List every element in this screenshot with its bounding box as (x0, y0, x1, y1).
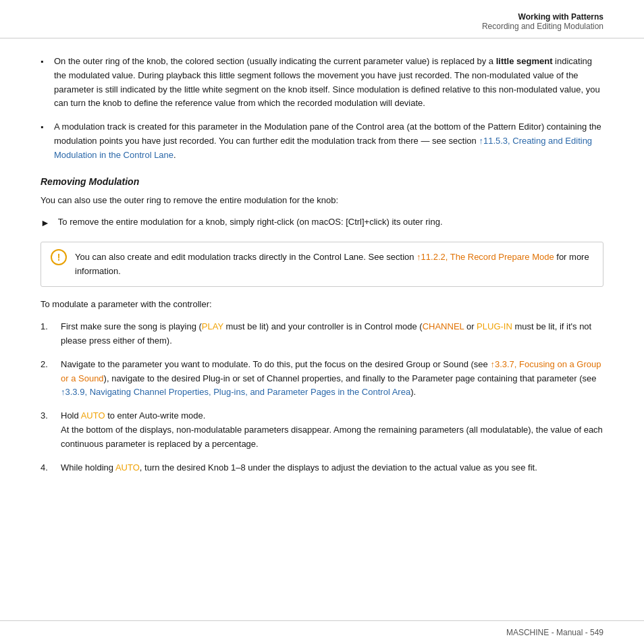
bullet-list: On the outer ring of the knob, the color… (41, 55, 603, 163)
text-channel: CHANNEL (423, 321, 464, 331)
step-2: 2. Navigate to the parameter you want to… (41, 358, 603, 400)
step-4: 4. While holding AUTO, turn the desired … (41, 461, 603, 475)
arrow-item: ► To remove the entire modulation for a … (41, 215, 603, 230)
numbered-list: 1. First make sure the song is playing (… (41, 320, 603, 475)
footer-text: MASCHINE - Manual - 549 (506, 628, 603, 637)
step-1-content: First make sure the song is playing (PLA… (61, 320, 603, 348)
page: Working with Patterns Recording and Edit… (0, 0, 644, 644)
header-chapter: Working with Patterns (41, 12, 603, 22)
arrow-item-text: To remove the entire modulation for a kn… (58, 215, 443, 230)
step-3-content: Hold AUTO to enter Auto-write mode.At th… (61, 409, 603, 451)
header-top: Working with Patterns Recording and Edit… (41, 12, 603, 31)
header-section: Recording and Editing Modulation (41, 22, 603, 31)
modulate-para: To modulate a parameter with the control… (41, 298, 603, 312)
bold-little-segment: little segment (496, 56, 553, 66)
step-4-content: While holding AUTO, turn the desired Kno… (61, 461, 603, 475)
bullet-1-text: On the outer ring of the knob, the color… (54, 56, 600, 108)
content-area: On the outer ring of the knob, the color… (0, 38, 644, 498)
step-1-number: 1. (41, 320, 61, 334)
info-box-text: You can also create and edit modulation … (75, 252, 589, 276)
step-4-number: 4. (41, 461, 61, 475)
removing-modulation-heading: Removing Modulation (41, 176, 603, 187)
arrow-icon: ► (41, 215, 50, 230)
page-footer: MASCHINE - Manual - 549 (0, 620, 644, 644)
link-11-2-2[interactable]: ↑11.2.2, The Record Prepare Mode (417, 252, 554, 262)
text-auto-2: AUTO (115, 462, 140, 473)
step-2-number: 2. (41, 358, 61, 372)
link-3-3-9[interactable]: ↑3.3.9, Navigating Channel Properties, P… (61, 387, 410, 397)
step-1: 1. First make sure the song is playing (… (41, 320, 603, 348)
removing-modulation-para: You can also use the outer ring to remov… (41, 194, 603, 208)
step-3-number: 3. (41, 409, 61, 423)
step-2-content: Navigate to the parameter you want to mo… (61, 358, 603, 400)
link-3-3-7[interactable]: ↑3.3.7, Focusing on a Group or a Sound (61, 359, 601, 383)
text-play: PLAY (202, 321, 223, 331)
link-11-5-3[interactable]: ↑11.5.3, Creating and Editing Modulation… (54, 136, 592, 160)
step-3: 3. Hold AUTO to enter Auto-write mode.At… (41, 409, 603, 451)
text-plugin: PLUG-IN (477, 321, 512, 331)
bullet-item-2: A modulation track is created for this p… (41, 120, 603, 162)
bullet-2-text: A modulation track is created for this p… (54, 122, 601, 160)
page-header: Working with Patterns Recording and Edit… (0, 0, 644, 38)
bullet-item-1: On the outer ring of the knob, the color… (41, 55, 603, 111)
info-icon: ! (51, 249, 67, 265)
text-auto-1: AUTO (81, 410, 105, 421)
info-box: ! You can also create and edit modulatio… (41, 242, 603, 288)
